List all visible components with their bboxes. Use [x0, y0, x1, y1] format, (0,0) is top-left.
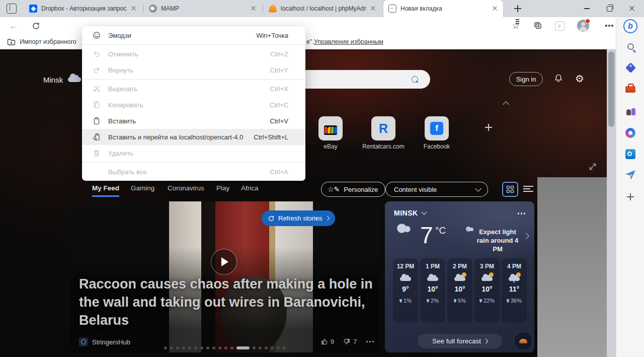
chevron-right-icon[interactable] — [523, 233, 529, 239]
collapse-header-button[interactable] — [504, 100, 508, 109]
play-button[interactable] — [211, 249, 237, 275]
menu-separator — [82, 44, 305, 45]
tab-phpmyadmin[interactable]: localhost / localhost | phpMyAdm — [264, 0, 381, 17]
restore-button[interactable] — [599, 0, 619, 17]
personalize-button[interactable]: ☆✎ Personalize — [321, 182, 385, 197]
hour-forecast[interactable]: 12 PM 9° 1% — [393, 258, 418, 322]
trash-icon — [92, 149, 101, 158]
sign-in-button[interactable]: Sign in — [509, 72, 543, 86]
games-button[interactable] — [616, 106, 644, 115]
quick-link-ebay[interactable] — [318, 116, 343, 140]
feed-tab-play[interactable]: Play — [216, 184, 229, 195]
carousel-dot[interactable] — [182, 346, 185, 349]
weather-more-button[interactable] — [518, 212, 520, 215]
minimize-button[interactable] — [577, 0, 597, 17]
feed-tab-my-feed[interactable]: My Feed — [92, 184, 119, 197]
weather-card[interactable]: MINSK 7 °C Expect light rain around 4 PM… — [385, 201, 534, 352]
hour-forecast[interactable]: 1 PM 10° 2% — [420, 258, 445, 322]
back-button[interactable]: ← — [6, 17, 21, 34]
bing-chat-button[interactable]: b — [616, 19, 644, 33]
close-button[interactable] — [622, 0, 642, 17]
new-tab-button[interactable] — [509, 0, 526, 17]
settings-menu-button[interactable] — [599, 17, 614, 34]
quick-link-facebook[interactable]: f — [425, 116, 449, 140]
tab-close-icon[interactable] — [491, 5, 499, 13]
carousel-dots[interactable] — [70, 346, 379, 349]
shopping-button[interactable] — [616, 64, 644, 72]
carousel-dot[interactable] — [230, 346, 233, 349]
refresh-button[interactable] — [28, 17, 43, 34]
list-icon-bar — [523, 191, 533, 192]
workspaces-icon[interactable] — [7, 4, 17, 14]
hour-forecast[interactable]: 4 PM 11° 36% — [502, 258, 527, 322]
tab-dropbox[interactable]: Dropbox - Авторизация запрос — [24, 0, 142, 17]
content-visible-dropdown[interactable]: Content visible — [385, 182, 488, 197]
sidebar-search-button[interactable] — [616, 43, 644, 50]
menu-item-emoji[interactable]: Эмодзи Win+Точка — [82, 27, 305, 43]
carousel-dot[interactable] — [176, 346, 179, 349]
hour-forecast[interactable]: 3 PM 10° 22% — [474, 258, 500, 322]
browser-essentials-button[interactable]: e — [552, 17, 567, 34]
tab-close-icon[interactable] — [250, 5, 258, 13]
tab-close-icon[interactable] — [369, 5, 377, 13]
card-more-button[interactable] — [366, 341, 368, 343]
carousel-dot[interactable] — [188, 346, 191, 349]
outlook-button[interactable] — [616, 149, 644, 159]
microsoft-365-button[interactable] — [616, 128, 644, 138]
menu-item-paste-and-go[interactable]: Вставить и перейти на localhost/opencart… — [82, 129, 305, 145]
news-headline[interactable]: Raccoon causes chaos after making a hole… — [79, 275, 373, 329]
carousel-dot[interactable] — [206, 346, 209, 349]
dislike-button[interactable]: 7 — [343, 338, 357, 345]
hour-temp: 10° — [447, 285, 472, 293]
tab-close-icon[interactable] — [130, 5, 138, 13]
carousel-dot[interactable] — [170, 346, 173, 349]
quick-link-rentalcars[interactable]: R — [371, 116, 395, 140]
carousel-dot[interactable] — [265, 346, 268, 349]
expand-layout-button[interactable] — [587, 161, 598, 174]
hour-forecast[interactable]: 2 PM 10° 5% — [447, 258, 472, 322]
collections-button[interactable] — [530, 17, 545, 34]
grid-layout-button[interactable] — [502, 182, 518, 197]
like-button[interactable]: 9 — [320, 338, 334, 345]
import-favorites-button[interactable]: Импорт избранного — [7, 34, 76, 49]
refresh-stories-button[interactable]: Refresh stories — [262, 210, 335, 226]
precip-value: 1% — [404, 298, 412, 304]
weather-city-selector[interactable]: MINSK — [394, 209, 426, 217]
carousel-dot[interactable] — [277, 346, 280, 349]
chevron-right-icon — [325, 216, 330, 221]
feed-tab-coronavirus[interactable]: Coronavirus — [168, 184, 204, 195]
news-source[interactable]: StringersHub — [79, 337, 130, 346]
tab-new-tab-active[interactable]: Новая вкладка — [383, 0, 503, 17]
feed-tab-gaming[interactable]: Gaming — [131, 184, 154, 195]
carousel-dot[interactable] — [236, 346, 250, 349]
tools-button[interactable] — [616, 86, 644, 93]
news-card[interactable]: Refresh stories Raccoon causes chaos aft… — [70, 201, 379, 352]
weather-radar-button[interactable] — [514, 331, 533, 350]
carousel-dot[interactable] — [164, 346, 167, 349]
carousel-dot[interactable] — [224, 346, 227, 349]
carousel-dot[interactable] — [283, 346, 286, 349]
more-icon — [605, 25, 607, 27]
notifications-button[interactable] — [553, 74, 564, 86]
feed-tab-africa[interactable]: Africa — [241, 184, 259, 195]
see-full-forecast-button[interactable]: See full forecast — [418, 334, 502, 348]
menu-item-paste[interactable]: Вставить Ctrl+V — [82, 113, 305, 129]
carousel-dot[interactable] — [212, 346, 215, 349]
carousel-dot[interactable] — [218, 346, 221, 349]
carousel-dot[interactable] — [200, 346, 203, 349]
carousel-dot[interactable] — [194, 346, 197, 349]
undo-icon — [92, 49, 101, 58]
page-settings-button[interactable]: ⚙ — [575, 73, 584, 85]
carousel-dot[interactable] — [253, 346, 256, 349]
list-layout-button[interactable] — [523, 184, 534, 193]
scrollbar-thumb[interactable] — [608, 51, 614, 127]
carousel-dot[interactable] — [271, 346, 274, 349]
location-weather-chip[interactable]: Minsk — [43, 73, 81, 86]
profile-button[interactable] — [575, 17, 591, 34]
manage-favorites-link[interactable]: Управление избранным — [314, 38, 383, 45]
customize-sidebar-button[interactable] — [616, 192, 644, 201]
favorites-button[interactable]: ☆ — [508, 17, 523, 34]
carousel-dot[interactable] — [259, 346, 262, 349]
tab-mamp[interactable]: MAMP — [144, 0, 262, 17]
drop-button[interactable] — [616, 170, 644, 179]
